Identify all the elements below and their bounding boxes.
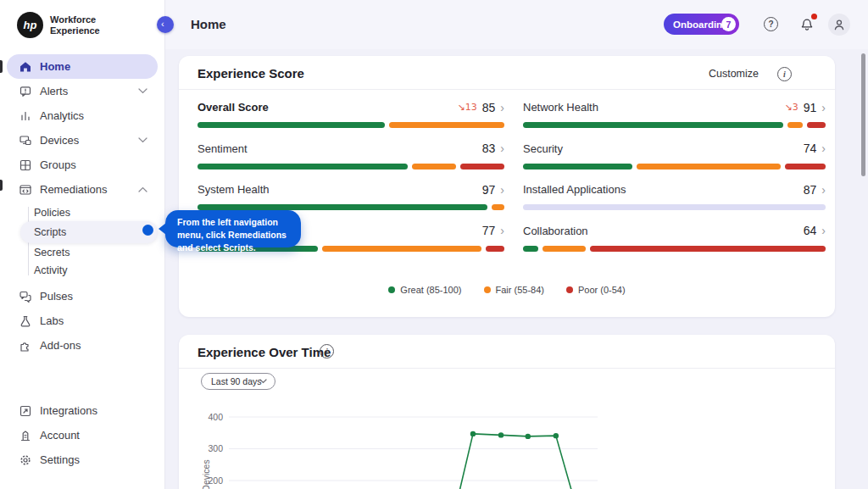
sidebar-subitem-secrets[interactable]: Secrets [0, 243, 164, 261]
score-bar [523, 246, 826, 252]
data-point[interactable] [554, 433, 559, 438]
score-value-group[interactable]: 74› [804, 142, 826, 155]
y-tick-label: 300 [208, 443, 223, 453]
score-value-group[interactable]: ↘391› [785, 101, 826, 114]
legend-dot [388, 286, 395, 293]
sidebar-collapse-button[interactable]: ‹ [157, 16, 174, 33]
sidebar-item-account[interactable]: Account [7, 423, 158, 447]
score-value-group[interactable]: ↘1385› [458, 101, 504, 114]
score-value-group[interactable]: 77› [482, 224, 504, 237]
app-window: hp Workforce Experience ‹ HomeAlertsAnal… [0, 0, 868, 489]
coachmark-arrow [159, 223, 166, 235]
sidebar-item-analytics[interactable]: Analytics [7, 103, 158, 128]
sidebar: hp Workforce Experience ‹ HomeAlertsAnal… [0, 0, 165, 489]
score-bar [523, 122, 826, 128]
remediations-icon [19, 183, 32, 197]
time-range-select[interactable]: Last 90 days [201, 373, 275, 390]
score-row-overall-score: Overall Score↘1385› [198, 93, 504, 135]
y-tick-label: 400 [208, 412, 223, 422]
sidebar-subitem-activity[interactable]: Activity [0, 261, 164, 279]
legend-dot [484, 286, 491, 293]
score-label: Network Health [523, 101, 598, 114]
chevron-right-icon: › [821, 226, 826, 235]
score-label: Collaboration [523, 225, 588, 237]
score-value-group[interactable]: 64› [804, 224, 826, 237]
sidebar-item-remediations[interactable]: Remediations [7, 177, 158, 202]
legend-item-fair: Fair (55-84) [484, 285, 544, 295]
sidebar-item-pulses[interactable]: Pulses [7, 284, 158, 308]
addons-icon [19, 339, 32, 353]
score-bar [523, 204, 826, 210]
legend-item-great: Great (85-100) [388, 285, 461, 295]
chevron-right-icon: › [500, 186, 504, 194]
customize-button[interactable]: Customize [709, 68, 759, 80]
time-info-icon[interactable]: i [320, 344, 334, 358]
score-value: 74 [804, 142, 817, 155]
sidebar-item-settings[interactable]: Settings [7, 447, 158, 472]
legend-label: Fair (55-84) [496, 285, 544, 295]
sidebar-subitem-scripts[interactable]: Scripts [20, 221, 158, 243]
score-legend: Great (85-100)Fair (55-84)Poor (0-54) [179, 285, 835, 295]
chevron-down-icon [138, 88, 147, 94]
score-bar-segment-great [523, 246, 538, 252]
score-row-collaboration: Collaboration64› [523, 217, 826, 258]
score-label: Security [523, 142, 563, 155]
score-value-group[interactable]: 97› [482, 183, 504, 197]
sidebar-item-label: Integrations [40, 404, 97, 417]
sidebar-subitem-policies[interactable]: Policies [0, 203, 164, 221]
devices-line-chart: 400300200Devices [179, 390, 835, 489]
coachmark-anchor-dot[interactable] [142, 225, 153, 236]
data-point[interactable] [470, 431, 476, 436]
sidebar-item-label: Home [40, 60, 70, 73]
score-bar-segment-fair [322, 246, 481, 252]
active-item-edge-tick [0, 60, 3, 73]
sidebar-subitem-label: Policies [34, 207, 70, 219]
score-value-group[interactable]: 83› [482, 142, 504, 155]
trend-down-indicator: ↘3 [785, 102, 798, 113]
score-value: 97 [482, 183, 496, 197]
sidebar-footer-nav: IntegrationsAccountSettings [0, 398, 164, 472]
data-point[interactable] [526, 434, 531, 439]
experience-over-time-card: Experience Over Time i Last 90 days 4003… [179, 335, 835, 489]
onboarding-label: Onboarding [673, 19, 728, 30]
experience-score-title: Experience Score [198, 66, 304, 81]
score-bar-segment-great [198, 164, 408, 169]
sidebar-item-alerts[interactable]: Alerts [7, 79, 158, 103]
sidebar-item-add-ons[interactable]: Add-ons [7, 333, 158, 358]
sidebar-item-label: Pulses [40, 290, 73, 303]
legend-label: Poor (0-54) [578, 285, 626, 295]
sidebar-item-label: Settings [40, 453, 80, 466]
sidebar-item-integrations[interactable]: Integrations [7, 398, 158, 423]
sidebar-subitem-label: Secrets [34, 247, 70, 258]
labs-icon [19, 314, 32, 328]
sidebar-item-labs[interactable]: Labs [7, 308, 158, 333]
score-value-group[interactable]: 87› [804, 183, 826, 197]
devices-icon [19, 134, 32, 147]
avatar[interactable] [828, 14, 850, 36]
remediations-sub-menu: PoliciesScriptsSecretsActivity [0, 203, 164, 279]
score-row-security: Security74› [523, 135, 826, 176]
groups-icon [19, 158, 32, 172]
chevron-right-icon: › [500, 226, 504, 235]
data-point[interactable] [498, 432, 504, 437]
score-info-icon[interactable]: i [777, 67, 792, 81]
sidebar-item-groups[interactable]: Groups [7, 153, 158, 177]
score-bar-segment-poor [460, 164, 504, 169]
settings-icon [19, 453, 32, 467]
chevron-right-icon: › [500, 103, 504, 112]
sidebar-item-home[interactable]: Home [7, 54, 158, 79]
onboarding-button[interactable]: Onboarding 7 [664, 14, 739, 35]
score-bar-segment-fair [412, 164, 456, 169]
chevron-right-icon: › [821, 186, 826, 194]
page-title: Home [191, 17, 226, 31]
sidebar-nav: HomeAlertsAnalyticsDevicesGroupsRemediat… [0, 54, 164, 358]
vertical-scrollbar[interactable] [861, 53, 865, 176]
score-label: System Health [198, 183, 270, 196]
notifications-bell-icon[interactable] [798, 16, 815, 33]
experience-score-header: Experience Score Customize i [179, 56, 835, 90]
score-bar-segment-poor [486, 246, 504, 252]
help-icon[interactable]: ? [764, 17, 778, 31]
score-bar-segment-poor [807, 122, 826, 128]
y-axis-label: Devices [201, 459, 211, 489]
sidebar-item-devices[interactable]: Devices [7, 128, 158, 153]
